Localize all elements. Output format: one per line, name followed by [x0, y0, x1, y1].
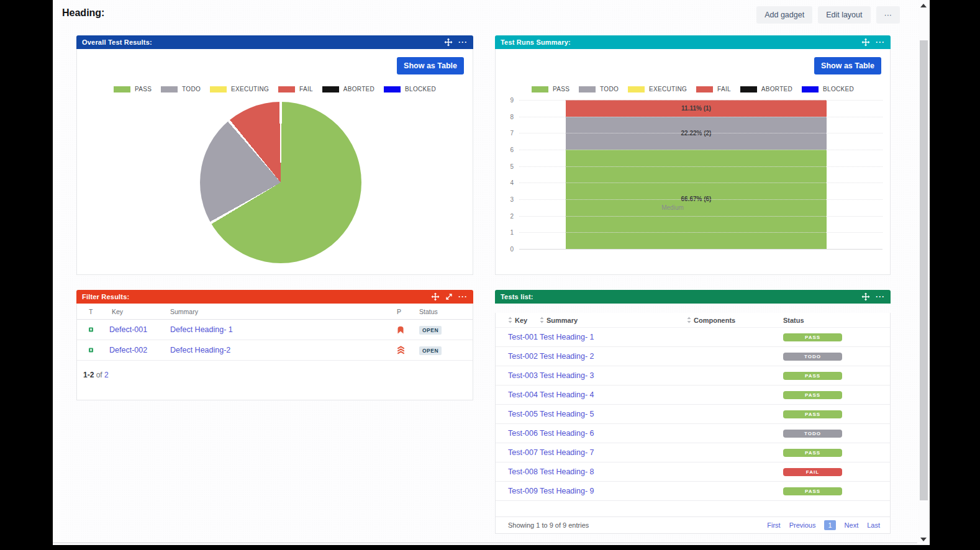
test-key-link[interactable]: Test-001 — [508, 333, 538, 341]
test-key-link[interactable]: Test-009 — [508, 487, 538, 495]
test-key-link[interactable]: Test-008 — [508, 467, 538, 476]
pagination-previous[interactable]: Previous — [789, 521, 816, 529]
tests-table-row: Test-003Test Heading- 3PASS — [496, 366, 890, 385]
tests-table-row: Test-005Test Heading- 5PASS — [496, 405, 890, 424]
legend-label: ABORTED — [343, 86, 374, 92]
key-cell: Test-002 — [496, 352, 540, 361]
column-header-label: Status — [783, 317, 804, 324]
legend-swatch-icon — [384, 86, 401, 92]
add-gadget-button[interactable]: Add gadget — [756, 6, 812, 24]
status-cell: PASS — [777, 487, 858, 495]
legend-label: PASS — [135, 86, 152, 92]
move-gadget-icon[interactable] — [431, 292, 440, 301]
gridline — [519, 249, 882, 250]
gadget-more-icon[interactable]: ··· — [458, 39, 468, 45]
defect-type-icon — [89, 325, 93, 334]
pagination-total-link[interactable]: 2 — [104, 371, 109, 379]
gridline — [519, 183, 882, 183]
more-options-button[interactable]: ··· — [876, 6, 901, 24]
legend-item: PASS — [532, 86, 569, 92]
test-summary-link[interactable]: Test Heading- 5 — [540, 410, 594, 418]
gadget-title: Overall Test Results: — [82, 38, 444, 46]
page-title: Heading: — [62, 7, 104, 19]
test-status-badge: PASS — [783, 410, 842, 418]
test-key-link[interactable]: Test-004 — [508, 390, 538, 399]
legend-item: TODO — [161, 86, 201, 92]
show-as-table-button[interactable]: Show as Table — [397, 57, 464, 74]
issue-summary-link[interactable]: Defect Heading- 1 — [170, 325, 233, 334]
status-cell: TODO — [777, 353, 858, 361]
pagination-current-page[interactable]: 1 — [824, 520, 835, 530]
column-header-summary[interactable]: Summary — [540, 317, 687, 324]
sort-icon[interactable] — [508, 317, 512, 323]
test-summary-link[interactable]: Test Heading- 3 — [540, 371, 594, 380]
sort-icon[interactable] — [687, 317, 691, 323]
tests-table-row: Test-009Test Heading- 9PASS — [496, 482, 890, 501]
pagination-last[interactable]: Last — [867, 521, 880, 529]
test-summary-link[interactable]: Test Heading- 8 — [540, 467, 594, 476]
move-gadget-icon[interactable] — [861, 38, 870, 47]
legend-swatch-icon — [532, 86, 548, 92]
test-status-badge: PASS — [783, 449, 842, 457]
y-axis-tick-label: 4 — [510, 179, 514, 186]
pagination-first[interactable]: First — [767, 521, 780, 529]
gadget-more-icon[interactable]: ··· — [458, 294, 468, 300]
screen: Heading: Add gadget Edit layout ··· Over… — [0, 0, 980, 550]
gadget-body: Show as Table PASSTODOEXECUTINGFAILABORT… — [76, 49, 473, 275]
gadget-body: KeySummaryComponentsStatus Test-001Test … — [495, 313, 891, 534]
test-summary-link[interactable]: Test Heading- 4 — [540, 390, 594, 399]
test-key-link[interactable]: Test-006 — [508, 429, 538, 438]
status-cell: FAIL — [777, 468, 858, 476]
status-cell: OPEN — [408, 346, 473, 355]
scrollbar-thumb[interactable] — [920, 40, 928, 500]
key-cell: Test-008 — [496, 467, 540, 476]
test-key-link[interactable]: Test-003 — [508, 371, 538, 380]
legend-item: FAIL — [278, 86, 313, 92]
test-summary-link[interactable]: Test Heading- 7 — [540, 448, 594, 457]
y-axis-tick-label: 9 — [510, 97, 514, 104]
legend-label: TODO — [182, 86, 201, 92]
legend-item: TODO — [579, 86, 619, 92]
test-summary-link[interactable]: Test Heading- 6 — [540, 429, 594, 438]
column-header-components[interactable]: Components — [687, 317, 777, 324]
column-header-label: Summary — [547, 317, 578, 324]
legend-swatch-icon — [278, 86, 295, 92]
test-status-badge: PASS — [783, 487, 842, 495]
column-header-key[interactable]: Key — [496, 317, 540, 324]
show-as-table-button[interactable]: Show as Table — [814, 57, 881, 74]
issue-summary-link[interactable]: Defect Heading-2 — [170, 346, 230, 354]
test-summary-link[interactable]: Test Heading- 2 — [540, 352, 594, 361]
key-cell: Test-004 — [496, 390, 540, 399]
issue-key-link[interactable]: Defect-001 — [109, 325, 147, 334]
gadget-more-icon[interactable]: ··· — [876, 39, 885, 45]
sort-icon[interactable] — [540, 317, 544, 323]
legend-item: FAIL — [696, 86, 731, 92]
test-key-link[interactable]: Test-005 — [508, 410, 538, 418]
test-summary-link[interactable]: Test Heading- 1 — [540, 333, 594, 341]
test-runs-summary-gadget: Test Runs Summary: ··· Show as Table PAS… — [495, 35, 891, 275]
test-status-badge: PASS — [783, 372, 842, 380]
legend-label: ABORTED — [761, 86, 792, 92]
expand-gadget-icon[interactable] — [445, 293, 453, 300]
edit-layout-button[interactable]: Edit layout — [818, 6, 870, 24]
issue-key-link[interactable]: Defect-002 — [109, 346, 147, 354]
scroll-up-icon[interactable] — [920, 4, 927, 7]
pagination-next[interactable]: Next — [845, 521, 859, 529]
legend-swatch-icon — [161, 86, 178, 92]
vertical-scrollbar[interactable] — [919, 0, 929, 545]
tests-footer: Showing 1 to 9 of 9 entries First Previo… — [496, 516, 890, 533]
move-gadget-icon[interactable] — [861, 292, 870, 301]
legend-item: PASS — [114, 86, 152, 92]
scroll-down-icon[interactable] — [920, 538, 927, 541]
gadget-more-icon[interactable]: ··· — [876, 294, 885, 300]
tests-pagination: First Previous 1 Next Last — [767, 520, 880, 530]
pagination-range: 1-2 — [83, 371, 94, 379]
chart-legend: PASSTODOEXECUTINGFAILABORTEDBLOCKED — [77, 86, 473, 92]
test-summary-link[interactable]: Test Heading- 9 — [540, 487, 594, 495]
summary-cell: Defect Heading-2 — [169, 346, 397, 354]
column-header-label: Key — [515, 317, 527, 324]
test-key-link[interactable]: Test-007 — [508, 448, 538, 457]
status-cell: PASS — [777, 449, 858, 457]
test-key-link[interactable]: Test-002 — [508, 352, 538, 361]
move-gadget-icon[interactable] — [444, 38, 453, 47]
